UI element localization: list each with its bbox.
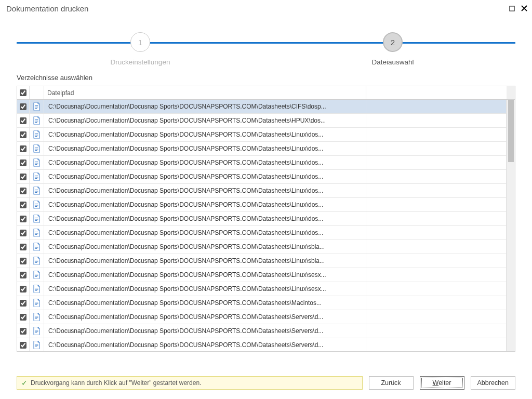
table-row[interactable]: C:\Docusnap\Documentation\Docusnap Sport… <box>17 282 507 296</box>
table-row[interactable]: C:\Docusnap\Documentation\Docusnap Sport… <box>17 142 507 156</box>
svg-rect-51 <box>35 332 37 333</box>
row-checkbox[interactable] <box>20 342 26 349</box>
table-row[interactable]: C:\Docusnap\Documentation\Docusnap Sport… <box>17 170 507 184</box>
svg-rect-30 <box>35 234 37 235</box>
window-title: Dokumentation drucken <box>4 4 508 13</box>
row-checkbox[interactable] <box>20 300 26 307</box>
row-checkbox[interactable] <box>20 103 26 110</box>
row-path: C:\Docusnap\Documentation\Docusnap Sport… <box>44 212 366 225</box>
header-select-all[interactable] <box>17 86 30 99</box>
table-row[interactable]: C:\Docusnap\Documentation\Docusnap Sport… <box>17 184 507 198</box>
row-checkbox-cell <box>17 142 30 155</box>
svg-rect-3 <box>35 108 37 109</box>
table-row[interactable]: C:\Docusnap\Documentation\Docusnap Sport… <box>17 114 507 128</box>
back-button[interactable]: Zurück <box>369 376 414 390</box>
row-checkbox[interactable] <box>20 216 26 222</box>
row-checkbox[interactable] <box>20 202 26 208</box>
row-checkbox[interactable] <box>20 188 26 194</box>
step-1-number: 1 <box>138 38 142 47</box>
header-path[interactable]: Dateipfad <box>44 86 366 99</box>
document-icon <box>30 268 44 282</box>
row-checkbox[interactable] <box>20 131 26 138</box>
row-path: C:\Docusnap\Documentation\Docusnap Sport… <box>44 324 366 338</box>
grid-rows: C:\Docusnap\Documentation\Docusnap Sport… <box>17 100 507 351</box>
titlebar: Dokumentation drucken <box>0 0 532 17</box>
row-checkbox-cell <box>17 100 30 113</box>
row-path: C:\Docusnap\Documentation\Docusnap Sport… <box>44 100 366 113</box>
table-row[interactable]: C:\Docusnap\Documentation\Docusnap Sport… <box>17 198 507 212</box>
table-row[interactable]: C:\Docusnap\Documentation\Docusnap Sport… <box>17 212 507 226</box>
header-icon-col <box>30 86 44 99</box>
row-checkbox-cell <box>17 296 30 310</box>
row-checkbox[interactable] <box>20 117 26 124</box>
next-button-rest: eiter <box>438 379 451 387</box>
row-path: C:\Docusnap\Documentation\Docusnap Sport… <box>44 114 366 127</box>
row-checkbox[interactable] <box>20 258 26 264</box>
row-checkbox-cell <box>17 310 30 324</box>
cancel-button[interactable]: Abbrechen <box>471 376 515 390</box>
row-checkbox[interactable] <box>20 286 26 292</box>
table-row[interactable]: C:\Docusnap\Documentation\Docusnap Sport… <box>17 324 507 338</box>
svg-rect-28 <box>35 232 38 232</box>
row-extra <box>366 142 507 155</box>
wizard-stepper: 1 2 Druckeinstellungen Dateiauswahl <box>0 17 532 74</box>
row-checkbox-cell <box>17 338 30 351</box>
svg-rect-17 <box>35 177 38 178</box>
stepper-line <box>17 42 515 44</box>
table-row[interactable]: C:\Docusnap\Documentation\Docusnap Sport… <box>17 240 507 254</box>
row-path: C:\Docusnap\Documentation\Docusnap Sport… <box>44 128 366 141</box>
row-checkbox[interactable] <box>20 244 26 250</box>
table-row[interactable]: C:\Docusnap\Documentation\Docusnap Sport… <box>17 296 507 310</box>
table-row[interactable]: C:\Docusnap\Documentation\Docusnap Sport… <box>17 100 507 114</box>
svg-rect-48 <box>35 318 37 319</box>
row-checkbox-cell <box>17 282 30 296</box>
document-icon <box>30 198 44 211</box>
row-checkbox[interactable] <box>20 272 26 278</box>
table-row[interactable]: C:\Docusnap\Documentation\Docusnap Sport… <box>17 226 507 240</box>
table-row[interactable]: C:\Docusnap\Documentation\Docusnap Sport… <box>17 156 507 170</box>
scrollbar-thumb[interactable] <box>508 100 514 162</box>
vertical-scrollbar[interactable] <box>507 100 515 351</box>
row-path: C:\Docusnap\Documentation\Docusnap Sport… <box>44 184 366 197</box>
svg-rect-22 <box>35 204 38 204</box>
row-checkbox-cell <box>17 170 30 183</box>
row-path: C:\Docusnap\Documentation\Docusnap Sport… <box>44 240 366 254</box>
svg-rect-37 <box>35 274 38 274</box>
svg-rect-20 <box>35 191 38 192</box>
svg-rect-31 <box>35 246 38 246</box>
row-checkbox-cell <box>17 226 30 240</box>
select-all-checkbox[interactable] <box>20 89 26 96</box>
step-2[interactable]: 2 <box>383 32 403 52</box>
svg-rect-9 <box>35 136 37 137</box>
row-checkbox[interactable] <box>20 230 26 236</box>
document-icon <box>30 114 44 127</box>
row-extra <box>366 184 507 197</box>
row-checkbox[interactable] <box>20 174 26 180</box>
document-icon <box>30 324 44 338</box>
row-extra <box>366 170 507 183</box>
table-row[interactable]: C:\Docusnap\Documentation\Docusnap Sport… <box>17 310 507 324</box>
table-row[interactable]: C:\Docusnap\Documentation\Docusnap Sport… <box>17 268 507 282</box>
row-path: C:\Docusnap\Documentation\Docusnap Sport… <box>44 268 366 282</box>
row-checkbox-cell <box>17 212 30 225</box>
next-button[interactable]: Weiter <box>420 376 464 390</box>
svg-rect-43 <box>35 302 38 302</box>
row-checkbox[interactable] <box>20 328 26 335</box>
row-checkbox-cell <box>17 156 30 169</box>
status-text: Druckvorgang kann durch Klick auf "Weite… <box>31 379 201 387</box>
table-row[interactable]: C:\Docusnap\Documentation\Docusnap Sport… <box>17 128 507 142</box>
table-row[interactable]: C:\Docusnap\Documentation\Docusnap Sport… <box>17 338 507 351</box>
row-checkbox[interactable] <box>20 145 26 152</box>
close-button[interactable] <box>521 5 528 12</box>
document-icon <box>30 254 44 268</box>
maximize-button[interactable] <box>508 5 515 12</box>
svg-rect-13 <box>35 162 38 162</box>
step-1[interactable]: 1 <box>130 32 150 52</box>
row-checkbox[interactable] <box>20 159 26 166</box>
svg-rect-26 <box>35 219 38 220</box>
table-row[interactable]: C:\Docusnap\Documentation\Docusnap Sport… <box>17 254 507 268</box>
svg-rect-49 <box>35 330 38 330</box>
svg-rect-7 <box>35 134 38 134</box>
row-checkbox[interactable] <box>20 314 26 321</box>
row-checkbox-cell <box>17 114 30 127</box>
